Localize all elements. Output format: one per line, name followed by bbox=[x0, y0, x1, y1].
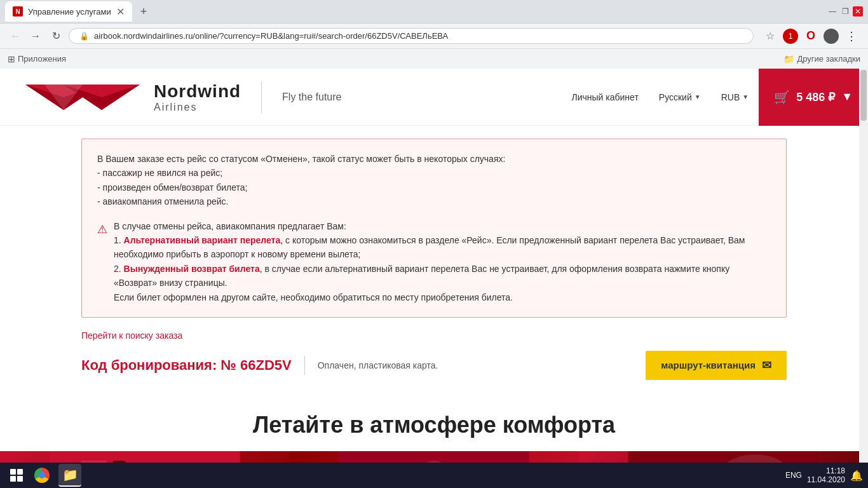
forced-label: Вынужденный возврат билета bbox=[124, 264, 260, 274]
chrome-icon bbox=[34, 468, 50, 483]
taskbar-lang: ENG bbox=[785, 471, 802, 480]
reload-button[interactable]: ↻ bbox=[48, 29, 64, 44]
opera-icon[interactable]: O bbox=[802, 27, 820, 45]
warning-line4: - авиакомпания отменила рейс. bbox=[97, 194, 771, 208]
address-bar: ← → ↻ 🔒 airbook.nordwindairlines.ru/onli… bbox=[0, 23, 868, 48]
explorer-icon: 📁 bbox=[62, 467, 78, 482]
warning-notice: В Вашем заказе есть рейс со статусом «От… bbox=[81, 139, 787, 318]
taskbar-right: ENG 11:18 11.04.2020 🔔 bbox=[785, 466, 863, 484]
browser-actions: ☆ 1 O ⋮ bbox=[761, 27, 860, 45]
logo-svg bbox=[19, 78, 146, 116]
warning-section-2: ⚠ В случае отмены рейса, авиакомпания пр… bbox=[97, 219, 771, 304]
site-header: Nordwind Airlines Fly the future Личный … bbox=[0, 69, 868, 126]
scrollbar-thumb[interactable] bbox=[860, 70, 867, 121]
booking-area: Перейти к поиску заказа Код бронирования… bbox=[69, 330, 799, 380]
lang-chevron-icon: ▼ bbox=[695, 93, 701, 100]
bookmarks-apps-label: Приложения bbox=[18, 54, 66, 64]
warning-forced: 2. Вынужденный возврат билета, в случае … bbox=[114, 262, 771, 290]
brand-name: Nordwind bbox=[154, 81, 241, 102]
warning-other-site: Если билет оформлен на другом сайте, нео… bbox=[114, 290, 771, 304]
receipt-icon: ✉ bbox=[762, 358, 771, 372]
warning-section-1: В Вашем заказе есть рейс со статусом «От… bbox=[97, 152, 771, 209]
alt-label: Альтернативный вариант перелета bbox=[124, 235, 281, 245]
taskbar-notification[interactable]: 🔔 bbox=[850, 470, 863, 482]
taskbar-explorer-button[interactable]: 📁 bbox=[58, 464, 81, 487]
taskbar-date: 11.04.2020 bbox=[807, 475, 845, 484]
logo-text: Nordwind Airlines bbox=[154, 81, 241, 113]
header-divider bbox=[261, 81, 262, 113]
warning-line3: - произведен обмен/возврат билета; bbox=[97, 180, 771, 194]
menu-button[interactable]: ⋮ bbox=[843, 27, 860, 45]
booking-status: Оплачен, пластиковая карта. bbox=[318, 360, 438, 370]
cart-icon: 🛒 bbox=[774, 90, 790, 105]
cart-price: 5 486 ₽ bbox=[796, 90, 835, 104]
tab-favicon: N bbox=[13, 6, 23, 17]
bookmark-star-button[interactable]: ☆ bbox=[761, 27, 779, 45]
back-button[interactable]: ← bbox=[8, 29, 23, 44]
tab-close-button[interactable]: ✕ bbox=[116, 6, 125, 18]
taskbar-time-area: 11:18 11.04.2020 bbox=[807, 466, 845, 484]
windows-icon bbox=[10, 469, 23, 482]
receipt-label: маршрут-квитанция bbox=[661, 360, 756, 370]
taskbar: 📁 ENG 11:18 11.04.2020 🔔 bbox=[0, 463, 868, 488]
window-controls: — ❐ ✕ bbox=[827, 6, 863, 17]
maximize-button[interactable]: ❐ bbox=[840, 6, 850, 17]
warning-container: В Вашем заказе есть рейс со статусом «От… bbox=[69, 139, 799, 318]
browser-title-bar: N Управление услугами ✕ + — ❐ ✕ bbox=[0, 0, 868, 23]
receipt-button[interactable]: маршрут-квитанция ✉ bbox=[646, 351, 787, 380]
cart-chevron-icon: ▼ bbox=[841, 90, 853, 104]
browser-chrome: N Управление услугами ✕ + — ❐ ✕ ← → ↻ 🔒 … bbox=[0, 0, 868, 69]
cart-button[interactable]: 🛒 5 486 ₽ ▼ bbox=[759, 69, 868, 126]
forward-button[interactable]: → bbox=[28, 29, 43, 44]
taskbar-chrome-button[interactable] bbox=[31, 464, 53, 487]
address-input[interactable]: 🔒 airbook.nordwindairlines.ru/online/?cu… bbox=[69, 28, 754, 44]
warning-line2: - пассажир не явился на рейс; bbox=[97, 166, 771, 180]
lock-icon: 🔒 bbox=[79, 32, 89, 41]
scrollbar[interactable] bbox=[859, 69, 868, 483]
browser-tab[interactable]: N Управление услугами ✕ bbox=[5, 1, 132, 22]
logo-area: Nordwind Airlines Fly the future bbox=[0, 78, 360, 116]
currency-chevron-icon: ▼ bbox=[742, 93, 749, 100]
start-button[interactable] bbox=[5, 464, 28, 487]
other-bookmarks-label: Другие закладки bbox=[797, 54, 860, 64]
booking-code-title: Код бронирования: № 66ZD5V bbox=[81, 357, 292, 374]
bookmarks-apps[interactable]: ⊞ Приложения bbox=[8, 54, 66, 64]
warning-alt: 1. Альтернативный вариант перелета, с ко… bbox=[114, 233, 771, 262]
bookmarks-bar: ⊞ Приложения 📁 Другие закладки bbox=[0, 48, 868, 69]
brand-airlines: Airlines bbox=[154, 102, 241, 113]
warning-s2-line1: В случае отмены рейса, авиакомпания пред… bbox=[114, 219, 771, 233]
search-order-link[interactable]: Перейти к поиску заказа bbox=[81, 330, 787, 341]
minimize-button[interactable]: — bbox=[827, 6, 837, 17]
tagline: Fly the future bbox=[282, 92, 341, 103]
warning-line1: В Вашем заказе есть рейс со статусом «От… bbox=[97, 152, 771, 166]
warning-section-2-text: В случае отмены рейса, авиакомпания пред… bbox=[114, 219, 771, 304]
promo-title: Летайте в атмосфере комфорта bbox=[0, 412, 868, 438]
page-content: Nordwind Airlines Fly the future Личный … bbox=[0, 69, 868, 488]
warning-triangle-icon: ⚠ bbox=[97, 220, 107, 304]
page-wrapper: Nordwind Airlines Fly the future Личный … bbox=[0, 69, 868, 488]
close-button[interactable]: ✕ bbox=[853, 6, 863, 17]
bookmarks-other[interactable]: 📁 Другие закладки bbox=[783, 54, 860, 64]
nav-currency[interactable]: RUB ▼ bbox=[711, 92, 759, 102]
folder-icon: 📁 bbox=[783, 54, 794, 64]
url-text: airbook.nordwindairlines.ru/online/?curr… bbox=[94, 31, 448, 41]
header-nav: Личный кабинет Русский ▼ RUB ▼ 🛒 5 486 ₽… bbox=[561, 69, 868, 126]
nav-cabinet[interactable]: Личный кабинет bbox=[561, 92, 648, 102]
booking-divider bbox=[304, 356, 305, 375]
profile-button[interactable]: 1 bbox=[783, 29, 798, 44]
booking-code-row: Код бронирования: № 66ZD5V Оплачен, плас… bbox=[81, 351, 787, 380]
user-avatar-button[interactable] bbox=[824, 29, 839, 44]
nav-language[interactable]: Русский ▼ bbox=[649, 92, 711, 102]
taskbar-time: 11:18 bbox=[826, 466, 845, 475]
tab-title: Управление услугами bbox=[28, 7, 111, 17]
new-tab-button[interactable]: + bbox=[135, 3, 153, 20]
